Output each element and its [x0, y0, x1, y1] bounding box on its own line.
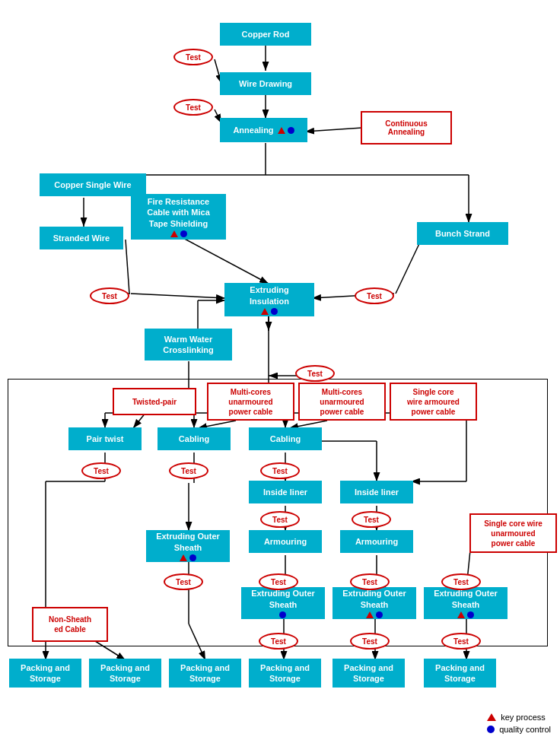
- triangle-red-sheath4: [457, 611, 465, 618]
- annealing-box: Annealing: [220, 118, 307, 142]
- packing-6-box: Packing andStorage: [424, 659, 496, 688]
- cabling-2-box: Cabling: [249, 427, 322, 450]
- inside-liner-2-box: Inside liner: [340, 481, 413, 503]
- test-11-label: Test: [164, 573, 203, 590]
- extruding-insulation-box: Extruding Insulation: [224, 283, 314, 316]
- wire-drawing-box: Wire Drawing: [220, 72, 311, 95]
- legend-key-process-label: key process: [501, 713, 546, 722]
- single-core-unarmoured-hex: Single core wireunarmouredpower cable: [469, 513, 557, 553]
- legend-triangle-icon: [487, 713, 496, 721]
- packing-1-box: Packing andStorage: [9, 659, 81, 688]
- triangle-red-fire: [170, 230, 178, 237]
- test-2-label: Test: [173, 99, 213, 116]
- test-14-label: Test: [441, 573, 481, 590]
- legend-quality-control-label: quality control: [499, 725, 551, 734]
- triangle-red-sheath1: [180, 554, 187, 561]
- svg-line-64: [179, 236, 269, 284]
- dot-blue-fire: [180, 230, 187, 237]
- single-core-armoured-hex: Single corewire armouredpower cable: [390, 383, 477, 421]
- dot-blue-sheath1: [189, 554, 196, 561]
- pair-twist-box: Pair twist: [68, 427, 142, 450]
- continuous-annealing-hex: ContinuousAnnealing: [361, 111, 452, 145]
- test-4-label: Test: [355, 287, 394, 304]
- non-sheathed-hex: Non-Sheathed Cable: [32, 607, 108, 642]
- test-10-label: Test: [352, 511, 391, 528]
- armouring-2-box: Armouring: [340, 530, 413, 553]
- packing-2-box: Packing andStorage: [89, 659, 161, 688]
- diagram: Copper Rod Wire Drawing Annealing Contin…: [0, 0, 560, 740]
- legend-quality-control: quality control: [487, 725, 551, 734]
- inside-liner-1-box: Inside liner: [249, 481, 322, 503]
- ext-outer-sheath-3-box: Extruding Outer Sheath: [332, 587, 416, 619]
- dot-blue-annealing: [288, 127, 294, 134]
- dot-blue-sheath4: [467, 611, 474, 618]
- legend: key process quality control: [487, 713, 551, 734]
- bunch-strand-box: Bunch Strand: [417, 222, 508, 245]
- copper-rod-box: Copper Rod: [220, 23, 311, 46]
- test-1-label: Test: [173, 49, 213, 65]
- packing-3-box: Packing andStorage: [169, 659, 241, 688]
- warm-water-box: Warm Water Crosslinking: [145, 329, 232, 360]
- cabling-1-box: Cabling: [158, 427, 231, 450]
- copper-single-wire-box: Copper Single Wire: [40, 173, 146, 196]
- test-5-label: Test: [295, 365, 335, 382]
- dot-blue-sheath2: [279, 611, 286, 618]
- packing-4-box: Packing andStorage: [249, 659, 321, 688]
- dot-blue-sheath3: [376, 611, 383, 618]
- triangle-red-sheath3: [366, 611, 374, 618]
- armouring-1-box: Armouring: [249, 530, 322, 553]
- test-8-label: Test: [260, 462, 300, 479]
- test-7-label: Test: [169, 462, 208, 479]
- svg-line-17: [131, 294, 225, 298]
- test-16-label: Test: [350, 633, 390, 649]
- twisted-pair-hex: Twisted-pair: [113, 388, 196, 415]
- test-12-label: Test: [259, 573, 298, 590]
- dot-blue-extins: [271, 308, 278, 315]
- fire-resistance-box: Fire Resistance Cable with Mica Tape Shi…: [131, 194, 226, 240]
- legend-key-process: key process: [487, 713, 551, 722]
- multi-cores-2-hex: Multi-coresunarmouredpower cable: [298, 383, 386, 421]
- ext-outer-sheath-1-box: Extruding Outer Sheath: [146, 530, 230, 562]
- test-9-label: Test: [260, 511, 300, 528]
- test-15-label: Test: [259, 633, 298, 649]
- multi-cores-1-hex: Multi-coresunarmouredpower cable: [207, 383, 294, 421]
- test-17-label: Test: [441, 633, 481, 649]
- test-6-label: Test: [81, 462, 121, 479]
- test-3-label: Test: [90, 287, 129, 304]
- triangle-red-extins: [261, 308, 269, 315]
- legend-dot-icon: [487, 726, 495, 733]
- packing-5-box: Packing andStorage: [332, 659, 405, 688]
- ext-outer-sheath-2-box: Extruding Outer Sheath: [241, 587, 325, 619]
- stranded-wire-box: Stranded Wire: [40, 227, 123, 249]
- ext-outer-sheath-4-box: Extruding Outer Sheath: [424, 587, 508, 619]
- test-13-label: Test: [350, 573, 390, 590]
- triangle-red-annealing: [278, 127, 285, 134]
- svg-line-15: [126, 240, 129, 294]
- svg-line-7: [305, 128, 362, 132]
